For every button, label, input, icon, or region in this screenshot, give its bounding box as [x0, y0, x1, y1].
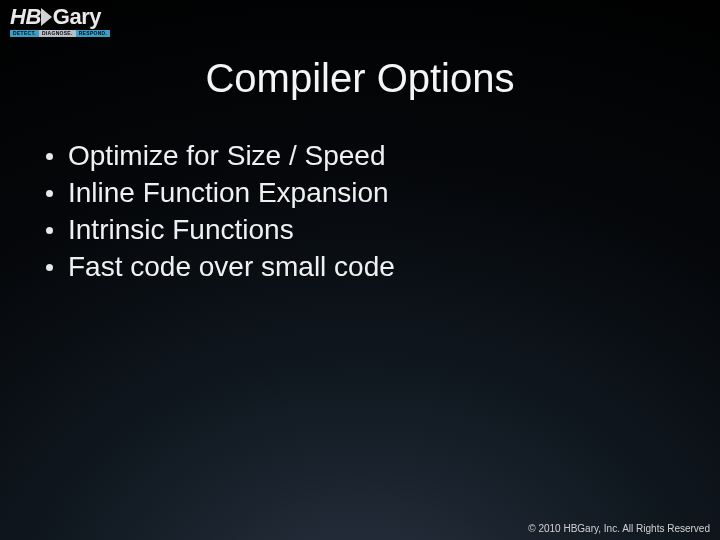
- logo: HBGary DETECT. DIAGNOSE. RESPOND.: [10, 6, 110, 37]
- logo-gary: Gary: [53, 6, 101, 28]
- list-item: Inline Function Expansion: [40, 175, 395, 212]
- tagline-diagnose: DIAGNOSE.: [39, 30, 76, 37]
- list-item: Optimize for Size / Speed: [40, 138, 395, 175]
- arrow-right-icon: [41, 8, 52, 26]
- logo-hb: HB: [10, 6, 41, 28]
- slide-title: Compiler Options: [0, 56, 720, 101]
- tagline-detect: DETECT.: [10, 30, 39, 37]
- list-item: Fast code over small code: [40, 249, 395, 286]
- logo-wordmark: HBGary: [10, 6, 101, 28]
- tagline-respond: RESPOND.: [76, 30, 111, 37]
- bullet-list: Optimize for Size / Speed Inline Functio…: [40, 138, 395, 286]
- list-item: Intrinsic Functions: [40, 212, 395, 249]
- copyright-footer: © 2010 HBGary, Inc. All Rights Reserved: [528, 523, 710, 534]
- logo-tagline: DETECT. DIAGNOSE. RESPOND.: [10, 30, 110, 37]
